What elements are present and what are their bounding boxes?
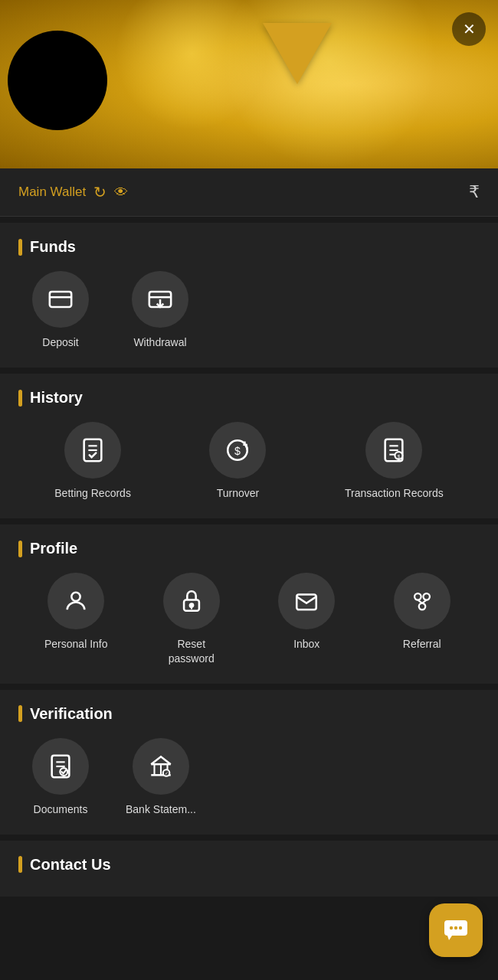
svg-line-24 (418, 600, 422, 603)
turnover-item[interactable]: $ Turnover (203, 422, 272, 500)
svg-point-41 (459, 926, 462, 929)
bank-statement-label: Bank Statem... (126, 802, 196, 816)
deposit-item[interactable]: Deposit (26, 271, 95, 349)
history-title: History (18, 389, 480, 407)
bank-statement-icon-circle: ✓ (133, 738, 189, 795)
inbox-item[interactable]: Inbox (272, 573, 341, 665)
turnover-label: Turnover (217, 486, 260, 500)
transaction-records-item[interactable]: $ Transaction Records (345, 422, 444, 500)
betting-icon-circle (64, 422, 121, 479)
withdrawal-icon-circle (132, 271, 188, 328)
wallet-info: Main Wallet ↻ 👁 (18, 183, 128, 201)
personal-info-item[interactable]: Personal Info (41, 573, 110, 665)
svg-point-18 (190, 604, 193, 607)
deposit-label: Deposit (42, 335, 78, 349)
contact-title: Contact Us (18, 856, 480, 874)
eye-icon[interactable]: 👁 (114, 185, 128, 201)
svg-text:✓: ✓ (164, 771, 168, 776)
verification-section: Verification Documents (0, 690, 498, 835)
turnover-icon-circle: $ (209, 422, 266, 479)
verification-accent (18, 705, 22, 722)
referral-label: Referral (403, 637, 441, 651)
contact-accent (18, 856, 22, 873)
svg-point-23 (419, 603, 426, 610)
documents-item[interactable]: Documents (26, 738, 95, 816)
chat-icon (441, 916, 470, 945)
profile-accent (18, 541, 22, 557)
transaction-records-label: Transaction Records (345, 486, 444, 500)
wallet-label: Main Wallet (18, 185, 86, 200)
svg-point-40 (454, 926, 457, 929)
svg-point-21 (414, 593, 421, 600)
reset-password-icon-circle (163, 573, 220, 629)
profile-section: Profile Personal Info Reset (0, 524, 498, 683)
person-icon (63, 588, 89, 614)
bank-statement-item[interactable]: ✓ Bank Statem... (126, 738, 196, 816)
history-accent (18, 390, 22, 407)
inbox-label: Inbox (293, 637, 319, 651)
svg-line-25 (422, 600, 427, 603)
deposit-icon (48, 286, 74, 312)
svg-marker-38 (447, 936, 452, 940)
withdrawal-icon (147, 286, 173, 312)
inbox-icon (293, 588, 319, 614)
personal-info-label: Personal Info (44, 637, 108, 651)
referral-icon (409, 588, 435, 614)
withdrawal-item[interactable]: Withdrawal (126, 271, 195, 349)
referral-icon-circle (394, 573, 450, 629)
inbox-icon-circle (278, 573, 335, 629)
withdrawal-label: Withdrawal (133, 335, 186, 349)
betting-records-label: Betting Records (54, 486, 131, 500)
svg-point-22 (423, 593, 430, 600)
transaction-icon: $ (381, 437, 407, 463)
transaction-icon-circle: $ (365, 422, 422, 479)
personal-info-icon-circle (48, 573, 104, 629)
reset-password-label: Resetpassword (169, 637, 215, 665)
funds-section: Funds Deposit Withdrawal (0, 223, 498, 368)
reset-password-item[interactable]: Resetpassword (157, 573, 226, 665)
documents-icon (48, 753, 74, 779)
header-banner: ✕ (0, 0, 498, 168)
close-button[interactable]: ✕ (452, 12, 486, 46)
verification-grid: Documents ✓ Bank Statem... (18, 738, 480, 816)
refresh-icon[interactable]: ↻ (93, 183, 106, 201)
verification-title: Verification (18, 705, 480, 723)
referral-item[interactable]: Referral (388, 573, 457, 665)
currency-symbol: ₹ (469, 182, 480, 202)
history-grid: Betting Records $ Turnover (18, 422, 480, 500)
bank-icon: ✓ (148, 753, 174, 779)
contact-section: Contact Us (0, 841, 498, 897)
betting-icon (80, 437, 106, 463)
documents-icon-circle (32, 738, 89, 795)
svg-rect-0 (50, 292, 71, 307)
turnover-icon: $ (224, 437, 251, 463)
funds-accent (18, 239, 22, 256)
betting-records-item[interactable]: Betting Records (54, 422, 131, 500)
history-section: History Betting Records $ (0, 374, 498, 518)
documents-label: Documents (34, 802, 88, 816)
lock-icon (179, 588, 205, 614)
deposit-icon-circle (32, 271, 89, 328)
funds-grid: Deposit Withdrawal (18, 271, 480, 349)
funds-title: Funds (18, 238, 480, 256)
avatar-circle (8, 31, 107, 130)
wallet-bar: Main Wallet ↻ 👁 ₹ (0, 168, 498, 217)
svg-point-39 (450, 926, 453, 929)
chat-fab-button[interactable] (429, 903, 483, 957)
profile-grid: Personal Info Resetpassword (18, 573, 480, 665)
arrow-indicator (263, 23, 332, 84)
profile-title: Profile (18, 540, 480, 557)
svg-text:$: $ (398, 454, 401, 460)
svg-point-16 (72, 593, 80, 601)
svg-text:$: $ (235, 445, 241, 457)
